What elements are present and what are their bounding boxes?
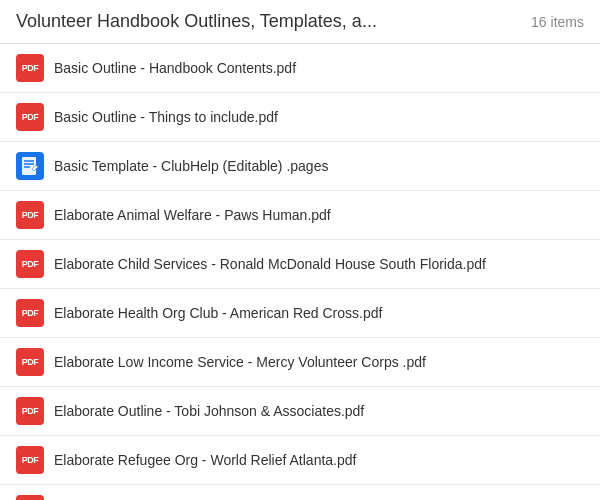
file-name: Basic Template - ClubHelp (Editable) .pa… [54, 158, 328, 174]
file-name: Elaborate Animal Welfare - Paws Human.pd… [54, 207, 331, 223]
file-list: PDFBasic Outline - Handbook Contents.pdf… [0, 44, 600, 500]
svg-rect-0 [22, 157, 36, 175]
list-item[interactable]: PDFElaborate Animal Welfare - Paws Human… [0, 191, 600, 240]
pdf-icon: PDF [16, 250, 44, 278]
list-item[interactable]: PDFElaborate Health Org Club - American … [0, 289, 600, 338]
pdf-icon: PDF [16, 446, 44, 474]
item-count: 16 items [531, 14, 584, 30]
pdf-icon: PDF [16, 348, 44, 376]
pdf-icon: PDF [16, 103, 44, 131]
list-item[interactable]: PDFBasic Outline - Handbook Contents.pdf [0, 44, 600, 93]
pdf-icon: PDF [16, 495, 44, 500]
pdf-icon: PDF [16, 54, 44, 82]
file-name: Elaborate Low Income Service - Mercy Vol… [54, 354, 426, 370]
list-item[interactable]: PDFElaborate Outline - Tobi Johnson & As… [0, 387, 600, 436]
file-name: Elaborate Refugee Org - World Relief Atl… [54, 452, 356, 468]
list-item[interactable]: PDFElaborate Sample - Catholic Charities… [0, 485, 600, 500]
pdf-icon: PDF [16, 299, 44, 327]
header: Volunteer Handbook Outlines, Templates, … [0, 0, 600, 44]
file-name: Elaborate Health Org Club - American Red… [54, 305, 382, 321]
list-item[interactable]: PDFBasic Outline - Things to include.pdf [0, 93, 600, 142]
pages-icon [16, 152, 44, 180]
page-title: Volunteer Handbook Outlines, Templates, … [16, 11, 519, 32]
file-name: Basic Outline - Things to include.pdf [54, 109, 278, 125]
file-name: Basic Outline - Handbook Contents.pdf [54, 60, 296, 76]
list-item[interactable]: PDFElaborate Child Services - Ronald McD… [0, 240, 600, 289]
list-item[interactable]: PDFElaborate Low Income Service - Mercy … [0, 338, 600, 387]
file-name: Elaborate Child Services - Ronald McDona… [54, 256, 486, 272]
list-item[interactable]: Basic Template - ClubHelp (Editable) .pa… [0, 142, 600, 191]
list-item[interactable]: PDFElaborate Refugee Org - World Relief … [0, 436, 600, 485]
pdf-icon: PDF [16, 201, 44, 229]
file-name: Elaborate Outline - Tobi Johnson & Assoc… [54, 403, 364, 419]
pdf-icon: PDF [16, 397, 44, 425]
